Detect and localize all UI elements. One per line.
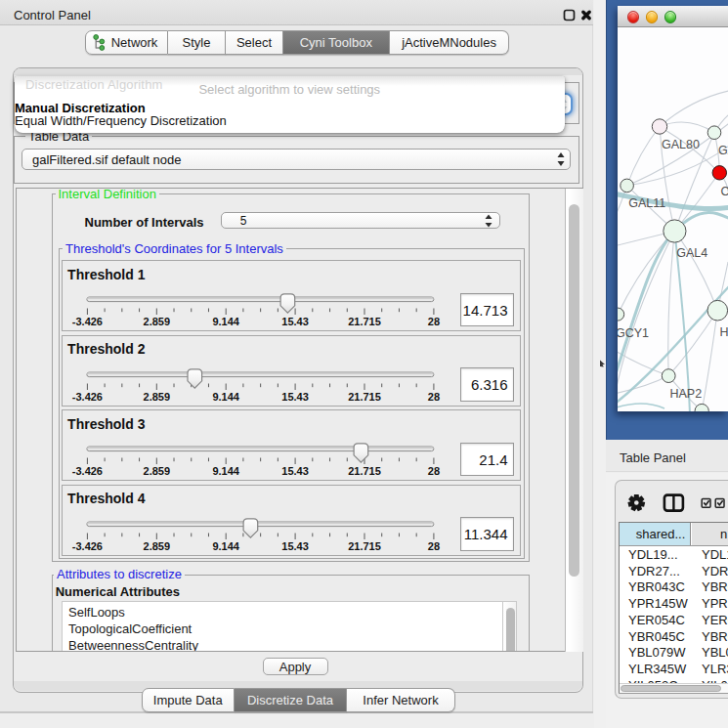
svg-text:15.43: 15.43 (281, 465, 309, 477)
svg-text:GAL11: GAL11 (628, 196, 665, 210)
svg-text:H: H (719, 325, 728, 339)
svg-text:HAP2: HAP2 (670, 387, 703, 401)
svg-text:28: 28 (428, 391, 440, 403)
svg-text:9.144: 9.144 (213, 540, 240, 552)
svg-text:2.859: 2.859 (144, 465, 171, 477)
svg-text:15.43: 15.43 (281, 391, 309, 403)
svg-text:GA: GA (718, 144, 728, 157)
svg-text:2.859: 2.859 (144, 391, 171, 403)
svg-text:2.859: 2.859 (144, 316, 171, 327)
svg-text:9.144: 9.144 (213, 316, 240, 327)
svg-text:2.859: 2.859 (144, 540, 171, 552)
svg-text:21.715: 21.715 (348, 465, 381, 477)
svg-text:15.43: 15.43 (281, 540, 309, 552)
svg-text:-3.426: -3.426 (72, 465, 103, 477)
svg-text:21.715: 21.715 (348, 391, 381, 403)
svg-text:28: 28 (428, 540, 440, 552)
svg-text:GAL80: GAL80 (662, 138, 700, 151)
svg-text:28: 28 (428, 316, 440, 327)
svg-text:GAL4: GAL4 (676, 246, 707, 260)
svg-text:-3.426: -3.426 (72, 540, 103, 552)
svg-text:15.43: 15.43 (281, 316, 309, 327)
svg-text:21.715: 21.715 (348, 316, 381, 327)
svg-text:GCY1: GCY1 (618, 326, 649, 340)
svg-text:-3.426: -3.426 (72, 391, 103, 403)
svg-text:21.715: 21.715 (348, 540, 381, 552)
svg-text:28: 28 (428, 465, 440, 477)
svg-text:9.144: 9.144 (213, 391, 240, 403)
svg-text:-3.426: -3.426 (72, 316, 103, 327)
svg-text:9.144: 9.144 (213, 465, 240, 477)
svg-text:C: C (721, 185, 728, 198)
